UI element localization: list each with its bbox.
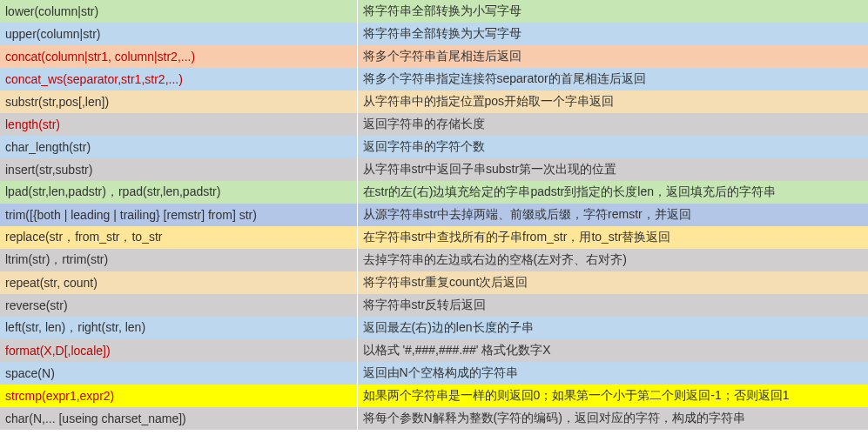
table-row: trim([{both | leading | trailing} [remst… (0, 204, 868, 226)
table-row: concat(column|str1, column|str2,...)将多个字… (0, 45, 868, 68)
function-signature-cell: reverse(str) (0, 294, 357, 317)
table-row: lower(column|str)将字符串全部转换为小写字母 (0, 0, 868, 23)
table-row: concat_ws(separator,str1,str2,...)将多个字符串… (0, 68, 868, 90)
function-description-cell: 去掉字符串的左边或右边的空格(左对齐、右对齐) (357, 249, 868, 271)
table-row: char_length(str)返回字符串的字符个数 (0, 136, 868, 158)
table-row: reverse(str)将字符串str反转后返回 (0, 294, 868, 317)
function-signature-cell: ltrim(str)，rtrim(str) (0, 249, 357, 271)
function-description-cell: 返回由N个空格构成的字符串 (357, 362, 868, 385)
function-description-cell: 将多个字符串首尾相连后返回 (357, 45, 868, 68)
table-row: space(N)返回由N个空格构成的字符串 (0, 362, 868, 385)
table-row: char(N,... [useing charset_name])将每个参数N解… (0, 407, 868, 430)
function-description-cell: 在字符串str中查找所有的子串from_str，用to_str替换返回 (357, 226, 868, 249)
function-signature-cell: upper(column|str) (0, 23, 357, 45)
table-row: repeat(str, count)将字符串str重复count次后返回 (0, 271, 868, 294)
function-signature-cell: concat_ws(separator,str1,str2,...) (0, 68, 357, 90)
function-signature-cell: format(X,D[,locale]) (0, 339, 357, 362)
function-description-cell: 将字符串str重复count次后返回 (357, 271, 868, 294)
function-description-cell: 将每个参数N解释为整数(字符的编码)，返回对应的字符，构成的字符串 (357, 407, 868, 430)
function-description-cell: 将字符串全部转换为大写字母 (357, 23, 868, 45)
function-signature-cell: insert(str,substr) (0, 158, 357, 181)
function-signature-cell: strcmp(expr1,expr2) (0, 385, 357, 407)
function-signature-cell: lpad(str,len,padstr)，rpad(str,len,padstr… (0, 181, 357, 204)
table-row: upper(column|str)将字符串全部转换为大写字母 (0, 23, 868, 45)
function-table: lower(column|str)将字符串全部转换为小写字母upper(colu… (0, 0, 868, 430)
table-row: insert(str,substr)从字符串str中返回子串substr第一次出… (0, 158, 868, 181)
function-description-cell: 将字符串全部转换为小写字母 (357, 0, 868, 23)
function-signature-cell: length(str) (0, 113, 357, 136)
function-signature-cell: lower(column|str) (0, 0, 357, 23)
function-signature-cell: repeat(str, count) (0, 271, 357, 294)
function-description-cell: 从字符串str中返回子串substr第一次出现的位置 (357, 158, 868, 181)
function-description-cell: 将多个字符串指定连接符separator的首尾相连后返回 (357, 68, 868, 90)
function-signature-cell: char(N,... [useing charset_name]) (0, 407, 357, 430)
function-description-cell: 返回最左(右)边的len长度的子串 (357, 317, 868, 339)
function-signature-cell: char_length(str) (0, 136, 357, 158)
function-description-cell: 从源字符串str中去掉两端、前缀或后缀，字符remstr，并返回 (357, 204, 868, 226)
function-description-cell: 从字符串中的指定位置pos开始取一个字串返回 (357, 90, 868, 113)
table-row: length(str)返回字符串的存储长度 (0, 113, 868, 136)
table-row: strcmp(expr1,expr2)如果两个字符串是一样的则返回0；如果第一个… (0, 385, 868, 407)
function-description-cell: 以格式 '#,###,###.##' 格式化数字X (357, 339, 868, 362)
table-row: left(str, len)，right(str, len)返回最左(右)边的l… (0, 317, 868, 339)
function-signature-cell: trim([{both | leading | trailing} [remst… (0, 204, 357, 226)
function-description-cell: 返回字符串的字符个数 (357, 136, 868, 158)
function-description-cell: 如果两个字符串是一样的则返回0；如果第一个小于第二个则返回-1；否则返回1 (357, 385, 868, 407)
table-row: replace(str，from_str，to_str在字符串str中查找所有的… (0, 226, 868, 249)
function-signature-cell: left(str, len)，right(str, len) (0, 317, 357, 339)
table-row: lpad(str,len,padstr)，rpad(str,len,padstr… (0, 181, 868, 204)
table-row: ltrim(str)，rtrim(str)去掉字符串的左边或右边的空格(左对齐、… (0, 249, 868, 271)
table-row: format(X,D[,locale])以格式 '#,###,###.##' 格… (0, 339, 868, 362)
table-row: substr(str,pos[,len])从字符串中的指定位置pos开始取一个字… (0, 90, 868, 113)
function-signature-cell: space(N) (0, 362, 357, 385)
function-signature-cell: replace(str，from_str，to_str (0, 226, 357, 249)
function-description-cell: 在str的左(右)边填充给定的字串padstr到指定的长度len，返回填充后的字… (357, 181, 868, 204)
function-signature-cell: substr(str,pos[,len]) (0, 90, 357, 113)
function-description-cell: 将字符串str反转后返回 (357, 294, 868, 317)
function-signature-cell: concat(column|str1, column|str2,...) (0, 45, 357, 68)
function-description-cell: 返回字符串的存储长度 (357, 113, 868, 136)
